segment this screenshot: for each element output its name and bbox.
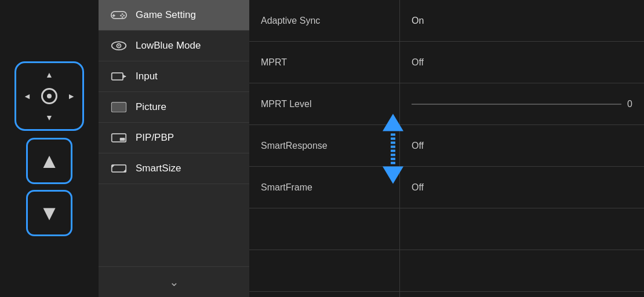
settings-panel: Adaptive Sync On MPRT Off MPRT Level — [249, 0, 644, 297]
setting-name-mprt: MPRT — [249, 42, 400, 83]
left-controls: ▲ ▼ ◄ ► ▲ ▼ — [0, 0, 99, 297]
pip-icon — [110, 131, 128, 145]
svg-point-3 — [122, 13, 123, 15]
up-arrow-icon: ▲ — [39, 151, 60, 171]
setting-value-adaptive-sync[interactable]: On — [400, 0, 644, 42]
setting-name-mprt-level: MPRT Level — [249, 83, 400, 125]
sidebar-item-input[interactable]: Input — [99, 61, 249, 92]
sidebar-item-label-smartsize: SmartSize — [136, 163, 181, 174]
svg-rect-10 — [112, 73, 123, 80]
joystick-down-arrow: ▼ — [45, 113, 53, 122]
svg-marker-19 — [123, 169, 126, 172]
setting-name-empty-2 — [249, 250, 400, 292]
slider-track — [412, 104, 621, 105]
svg-rect-2 — [112, 15, 115, 16]
setting-name-empty-3 — [249, 292, 400, 297]
sidebar-item-label-picture: Picture — [136, 101, 166, 113]
setting-value-empty-1 — [400, 208, 644, 250]
setting-row-empty-3 — [249, 292, 644, 297]
sidebar-item-label-game-setting: Game Setting — [136, 9, 196, 21]
setting-name-smartframe: SmartFrame — [249, 167, 400, 208]
eye-icon — [110, 39, 128, 53]
setting-value-empty-2 — [400, 250, 644, 292]
joystick-left-arrow: ◄ — [23, 91, 31, 101]
svg-rect-17 — [112, 165, 126, 172]
osd-menu: Game Setting LowBlue Mode — [99, 0, 644, 297]
arrows-column: ▲ ▼ — [26, 138, 72, 236]
picture-icon — [110, 100, 128, 114]
joystick-center — [41, 88, 57, 104]
setting-value-mprt-level[interactable]: 0 — [400, 83, 644, 125]
setting-row-empty-1 — [249, 208, 644, 250]
setting-name-smartresponse: SmartResponse — [249, 125, 400, 167]
joystick-right-arrow: ► — [67, 91, 75, 101]
joystick-inner: ▲ ▼ ◄ ► — [23, 70, 75, 122]
sidebar-item-label-lowblue: LowBlue Mode — [136, 40, 201, 52]
svg-point-5 — [120, 15, 122, 17]
chevron-down-icon: ⌄ — [169, 275, 179, 289]
sidebar-item-pip-pbp[interactable]: PIP/PBP — [99, 123, 249, 153]
svg-rect-14 — [112, 102, 126, 112]
setting-value-smartresponse[interactable]: Off — [400, 125, 644, 167]
setting-row-smartframe: SmartFrame Off — [249, 167, 644, 208]
sidebar-item-label-pip: PIP/PBP — [136, 132, 174, 144]
down-arrow-icon: ▼ — [39, 203, 60, 223]
sidebar-item-label-input: Input — [136, 71, 158, 82]
svg-marker-18 — [112, 165, 115, 168]
setting-row-empty-2 — [249, 250, 644, 292]
setting-row-mprt-level: MPRT Level 0 — [249, 83, 644, 125]
svg-point-4 — [123, 15, 125, 17]
sidebar-item-lowblue-mode[interactable]: LowBlue Mode — [99, 31, 249, 61]
up-arrow-box[interactable]: ▲ — [26, 138, 72, 184]
setting-value-empty-3 — [400, 292, 644, 297]
smartsize-icon — [110, 162, 128, 175]
joystick-up-arrow: ▲ — [45, 70, 53, 79]
joystick-dot — [47, 94, 52, 98]
setting-name-empty-1 — [249, 208, 400, 250]
setting-row-mprt: MPRT Off — [249, 42, 644, 83]
main-container: ▲ ▼ ◄ ► ▲ ▼ — [0, 0, 644, 297]
sidebar-item-picture[interactable]: Picture — [99, 92, 249, 123]
sidebar-item-smartsize[interactable]: SmartSize — [99, 153, 249, 184]
joystick-box[interactable]: ▲ ▼ ◄ ► — [14, 61, 84, 131]
setting-row-adaptive-sync: Adaptive Sync On — [249, 0, 644, 42]
setting-value-mprt[interactable]: Off — [400, 42, 644, 83]
gamepad-icon — [110, 8, 128, 22]
sidebar-item-game-setting[interactable]: Game Setting — [99, 0, 249, 31]
sidebar: Game Setting LowBlue Mode — [99, 0, 249, 297]
input-icon — [110, 69, 128, 83]
down-arrow-box[interactable]: ▼ — [26, 190, 72, 236]
setting-name-adaptive-sync: Adaptive Sync — [249, 0, 400, 42]
setting-value-smartframe[interactable]: Off — [400, 167, 644, 208]
svg-point-9 — [118, 45, 120, 47]
svg-marker-12 — [123, 75, 126, 79]
svg-rect-16 — [120, 138, 125, 141]
setting-row-smartresponse: SmartResponse Off — [249, 125, 644, 167]
sidebar-more-button[interactable]: ⌄ — [99, 266, 249, 297]
svg-point-6 — [122, 16, 123, 18]
